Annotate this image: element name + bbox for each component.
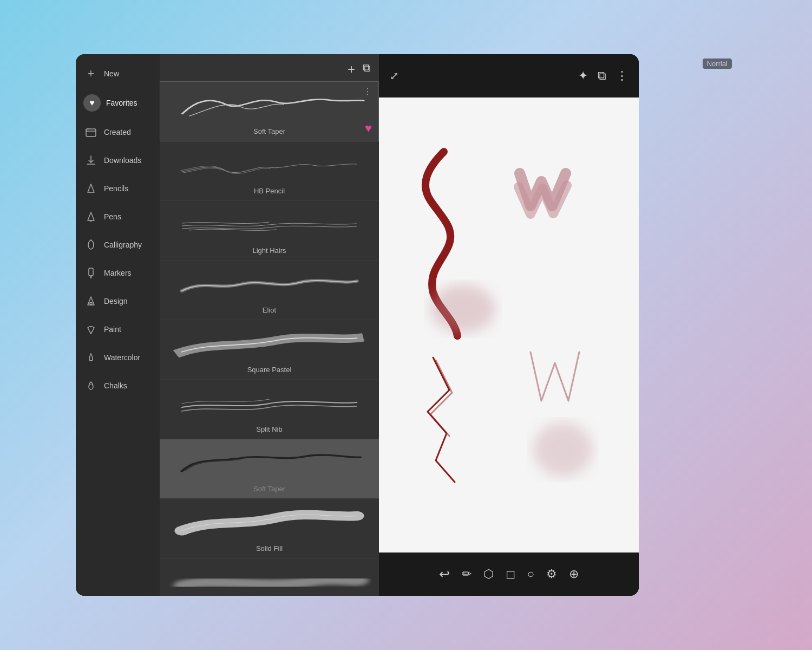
- brush-name-split-nib: Split Nib: [167, 425, 371, 433]
- svg-point-4: [90, 302, 92, 304]
- sidebar-item-markers[interactable]: Markers: [76, 259, 160, 287]
- svg-rect-3: [89, 268, 93, 276]
- brush-item-soft-airbrush[interactable]: Soft Airbrush: [160, 558, 379, 596]
- undo-button[interactable]: ↩: [439, 567, 450, 582]
- sidebar-design-label: Design: [104, 297, 128, 306]
- sidebar-item-pencils[interactable]: Pencils: [76, 174, 160, 203]
- brush-stroke-square-pastel: [167, 326, 371, 365]
- sidebar-item-chalks[interactable]: Chalks: [76, 372, 160, 400]
- brush-name-soft-taper: Soft Taper: [167, 485, 371, 493]
- brush-name-solid-fill: Solid Fill: [167, 544, 371, 552]
- brush-item-soft-taper[interactable]: Soft Taper: [160, 439, 379, 499]
- sidebar-pencils-label: Pencils: [104, 184, 128, 193]
- watercolor-icon: [83, 350, 99, 365]
- brush-stroke-solid-fill: [167, 504, 371, 543]
- brush-item-solid-fill[interactable]: Solid Fill: [160, 499, 379, 558]
- sidebar-watercolor-label: Watercolor: [104, 353, 140, 362]
- brush-stroke-soft-airbrush: [167, 564, 371, 596]
- layers-icon[interactable]: ⧉: [598, 69, 606, 83]
- sidebar-pens-label: Pens: [104, 212, 121, 221]
- chalks-icon: [83, 378, 99, 393]
- sidebar-downloads-label: Downloads: [104, 156, 141, 165]
- sidebar-paint-label: Paint: [104, 325, 121, 334]
- smudge-tool-button[interactable]: ○: [527, 567, 534, 581]
- brush-name-light-hairs: Light Hairs: [167, 246, 371, 255]
- sidebar-item-new[interactable]: + New: [76, 60, 160, 88]
- svg-rect-0: [86, 129, 96, 136]
- new-icon: +: [83, 66, 99, 81]
- created-icon: [83, 125, 99, 140]
- right-panel: ⤢ ✦ ⧉ ⋮: [379, 54, 639, 596]
- sidebar-calligraphy-label: Calligraphy: [104, 240, 142, 249]
- calligraphy-icon: [83, 237, 99, 252]
- brush-stroke-eliot: [167, 266, 371, 305]
- brush-stroke-split-nib: [167, 385, 371, 424]
- sidebar: + New ♥ Favorites Created Downloads: [76, 54, 160, 596]
- more-options-icon[interactable]: ⋮: [616, 69, 628, 83]
- svg-point-6: [533, 422, 593, 477]
- svg-point-2: [88, 240, 94, 249]
- sidebar-created-label: Created: [104, 128, 131, 136]
- sidebar-item-watercolor[interactable]: Watercolor: [76, 343, 160, 372]
- settings-button[interactable]: ⚙: [546, 567, 557, 581]
- norrial-badge: Norrial: [703, 58, 732, 69]
- sidebar-item-pens[interactable]: Pens: [76, 203, 160, 231]
- brush-list: + ⧉ ⋮ Soft Taper ♥: [160, 54, 379, 596]
- markers-icon: [83, 265, 99, 281]
- eraser-tool-button[interactable]: ◻: [506, 567, 515, 581]
- canvas-header: ⤢ ✦ ⧉ ⋮: [379, 54, 639, 98]
- favorites-icon: ♥: [83, 94, 101, 112]
- pencils-icon: [83, 181, 99, 196]
- brush-stroke-soft-taper: [167, 445, 371, 484]
- brush-name-soft-taper-fav: Soft Taper: [168, 127, 371, 135]
- brush-item-light-hairs[interactable]: Light Hairs: [160, 201, 379, 261]
- brush-name-eliot: Eliot: [167, 306, 371, 314]
- svg-point-5: [430, 284, 495, 333]
- brush-stroke-hb-pencil: [167, 147, 371, 186]
- app-container: + New ♥ Favorites Created Downloads: [76, 54, 736, 596]
- canvas-toolbar: ↩ ✏ ⬡ ◻ ○ ⚙ ⊕: [379, 552, 639, 596]
- brush-item-split-nib[interactable]: Split Nib: [160, 380, 379, 439]
- brush-stroke-light-hairs: [167, 206, 371, 245]
- brush-item-soft-taper-fav[interactable]: ⋮ Soft Taper ♥: [160, 81, 379, 141]
- brush-name-square-pastel: Square Pastel: [167, 366, 371, 374]
- brush-item-square-pastel[interactable]: Square Pastel: [160, 320, 379, 380]
- sidebar-item-calligraphy[interactable]: Calligraphy: [76, 231, 160, 259]
- compass-icon[interactable]: ✦: [578, 69, 588, 83]
- design-icon: [83, 294, 99, 309]
- canvas-area[interactable]: [379, 98, 639, 552]
- expand-icon[interactable]: ⤢: [390, 69, 399, 82]
- brush-name-hb-pencil: HB Pencil: [167, 187, 371, 195]
- sidebar-item-paint[interactable]: Paint: [76, 315, 160, 343]
- sidebar-item-created[interactable]: Created: [76, 118, 160, 146]
- sidebar-item-design[interactable]: Design: [76, 287, 160, 315]
- color-palette-button[interactable]: ⊕: [569, 567, 579, 581]
- brush-stroke-soft-taper-fav: [168, 87, 371, 126]
- filter-icon[interactable]: ⧉: [363, 62, 370, 77]
- sidebar-chalks-label: Chalks: [104, 381, 127, 390]
- sidebar-item-favorites[interactable]: ♥ Favorites: [76, 88, 160, 118]
- sidebar-markers-label: Markers: [104, 269, 132, 277]
- sidebar-new-label: New: [104, 69, 119, 78]
- heart-icon: ♥: [365, 121, 372, 135]
- sidebar-favorites-label: Favorites: [106, 99, 137, 107]
- left-panel: + New ♥ Favorites Created Downloads: [76, 54, 379, 596]
- brush-list-header: + ⧉: [160, 54, 379, 81]
- add-brush-icon[interactable]: +: [348, 62, 355, 77]
- downloads-icon: [83, 153, 99, 168]
- lasso-tool-button[interactable]: ⬡: [483, 567, 494, 581]
- paint-icon: [83, 322, 99, 337]
- sidebar-item-downloads[interactable]: Downloads: [76, 146, 160, 174]
- brush-tool-button[interactable]: ✏: [462, 567, 472, 581]
- pens-icon: [83, 209, 99, 224]
- brush-item-eliot[interactable]: Eliot: [160, 261, 379, 320]
- brush-item-hb-pencil[interactable]: HB Pencil: [160, 141, 379, 201]
